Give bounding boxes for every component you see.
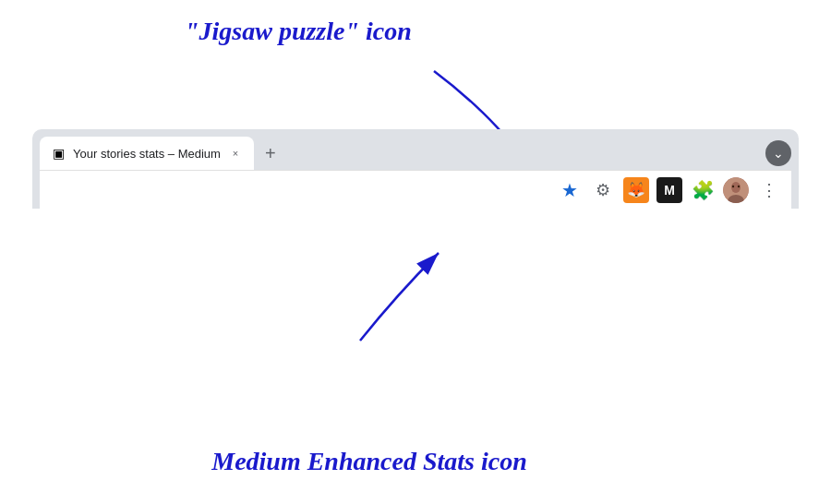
tab-close-button[interactable]: × <box>228 146 243 161</box>
metamask-button[interactable]: 🦊 <box>623 177 649 203</box>
browser-chrome: ▣ Your stories stats – Medium × + ⌄ ★ <box>32 129 799 209</box>
tab-favicon: ▣ <box>51 146 66 161</box>
tab-overflow-button[interactable]: ⌄ <box>765 140 791 166</box>
bookmark-button[interactable]: ★ <box>557 177 583 203</box>
metamask-icon: 🦊 <box>627 181 645 198</box>
medium-stats-annotation: Medium Enhanced Stats icon <box>157 447 582 476</box>
arrow-to-medium <box>332 244 452 349</box>
jigsaw-annotation-text: "Jigsaw puzzle" icon <box>185 17 412 45</box>
tab-title: Your stories stats – Medium <box>73 147 221 161</box>
settings-extension-button[interactable]: ⚙ <box>590 177 616 203</box>
tab-bar: ▣ Your stories stats – Medium × + ⌄ <box>40 137 791 170</box>
browser-toolbar: ★ ⚙ 🦊 M 🧩 <box>40 170 791 209</box>
jigsaw-annotation: "Jigsaw puzzle" icon <box>185 17 412 46</box>
new-tab-button[interactable]: + <box>258 140 283 166</box>
avatar-image <box>723 177 749 203</box>
svg-point-5 <box>738 185 740 186</box>
star-icon: ★ <box>561 179 578 201</box>
more-options-button[interactable]: ⋮ <box>756 177 782 203</box>
puzzle-icon: 🧩 <box>692 179 715 201</box>
dots-icon: ⋮ <box>761 180 778 200</box>
user-avatar-button[interactable] <box>723 177 749 203</box>
extensions-puzzle-button[interactable]: 🧩 <box>690 177 716 203</box>
gear-icon: ⚙ <box>596 180 610 200</box>
page-content: "Jigsaw puzzle" icon ▣ Your stories stat… <box>0 0 831 504</box>
medium-enhanced-stats-button[interactable]: M <box>656 177 682 203</box>
medium-m-icon: M <box>664 183 675 198</box>
active-tab[interactable]: ▣ Your stories stats – Medium × <box>40 137 254 170</box>
svg-point-4 <box>732 185 734 186</box>
medium-stats-annotation-text: Medium Enhanced Stats icon <box>211 447 527 475</box>
